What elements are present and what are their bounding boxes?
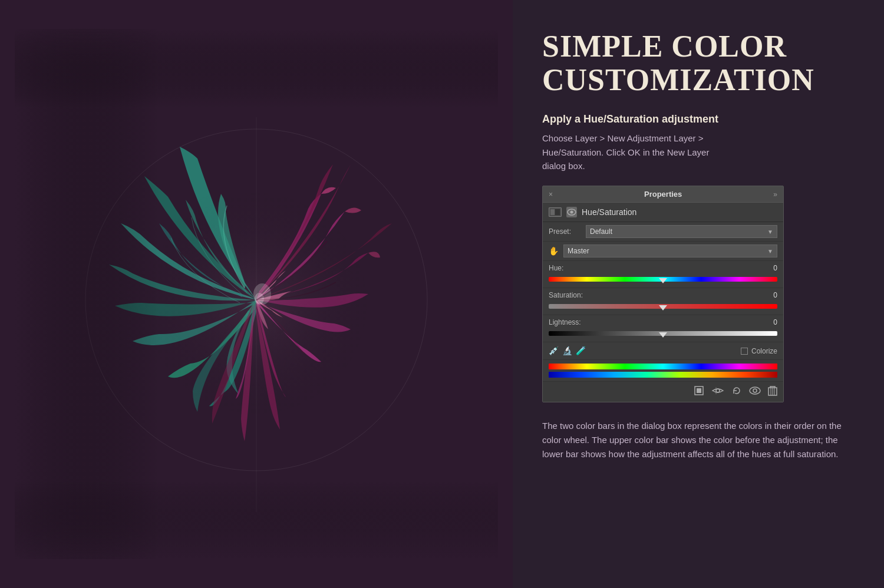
preset-dropdown[interactable]: Default ▼ [586,225,777,238]
svg-point-16 [716,389,720,392]
svg-rect-11 [555,209,560,215]
flower-image [0,0,513,588]
hue-value: 0 [773,264,777,272]
eyedropper-subtract-icon[interactable]: 🧪 [576,346,586,356]
channel-dropdown-arrow: ▼ [767,248,773,255]
lightness-label: Lightness: [549,318,581,326]
preset-row: Preset: Default ▼ [543,222,783,242]
delete-icon[interactable] [768,385,777,398]
saturation-slider-section: Saturation: 0 [543,288,783,315]
color-bars-section [543,360,783,382]
hand-tool-icon[interactable]: ✋ [549,246,559,256]
hue-label: Hue: [549,264,563,272]
section-subtitle: Apply a Hue/Saturation adjustment [542,113,855,125]
svg-point-18 [753,389,757,392]
preset-dropdown-arrow: ▼ [767,229,773,235]
clip-to-layer-icon[interactable] [694,385,704,398]
preset-value: Default [590,227,612,236]
saturation-thumb[interactable] [659,305,667,310]
svg-point-13 [570,211,573,214]
svg-point-8 [80,123,433,477]
reset-icon[interactable] [731,385,742,398]
bottom-description: The two color bars in the dialog box rep… [542,419,855,461]
channel-row: ✋ Master ▼ [543,242,783,261]
layer-name-label: Hue/Saturation [582,207,636,217]
lightness-thumb[interactable] [659,332,667,338]
panel-header: × Properties » [543,186,783,203]
lightness-value: 0 [773,318,777,326]
colorize-row: 💉 🔬 🧪 Colorize [543,342,783,360]
instruction-description: Choose Layer > New Adjustment Layer > Hu… [542,131,855,173]
colorize-label: Colorize [751,347,777,355]
svg-rect-15 [697,388,701,393]
layer-type-icon [549,207,562,217]
svg-rect-10 [550,209,555,215]
page-title: SIMPLE COLOR CUSTOMIZATION [542,29,855,97]
eyedropper-icon[interactable]: 💉 [549,346,559,356]
hue-thumb[interactable] [659,278,667,283]
properties-panel: × Properties » Hue/Saturation [542,186,784,402]
preset-label: Preset: [549,227,581,236]
hue-slider-section: Hue: 0 [543,261,783,288]
panel-close-button[interactable]: × [549,190,553,199]
eyedropper-add-icon[interactable]: 🔬 [562,346,572,356]
view-previous-icon[interactable] [711,386,724,398]
layer-row: Hue/Saturation [543,203,783,222]
lightness-slider-section: Lightness: 0 [543,315,783,342]
hue-slider-track-container[interactable] [549,274,777,285]
layer-visibility-icon[interactable] [566,207,577,217]
svg-point-17 [750,387,760,394]
upper-color-bar [549,364,777,369]
lower-color-bar [549,372,777,378]
left-panel [0,0,513,588]
panel-footer [543,382,783,402]
saturation-label: Saturation: [549,291,583,299]
colorize-checkbox[interactable] [741,348,748,355]
channel-value: Master [568,247,589,255]
visibility-icon[interactable] [749,387,761,397]
saturation-slider-track-container[interactable] [549,301,777,312]
right-panel: SIMPLE COLOR CUSTOMIZATION Apply a Hue/S… [513,0,884,588]
panel-title-label: Properties [644,190,682,199]
panel-collapse-button[interactable]: » [773,190,777,199]
lightness-slider-track-container[interactable] [549,328,777,339]
saturation-value: 0 [773,291,777,299]
channel-dropdown[interactable]: Master ▼ [563,245,777,257]
